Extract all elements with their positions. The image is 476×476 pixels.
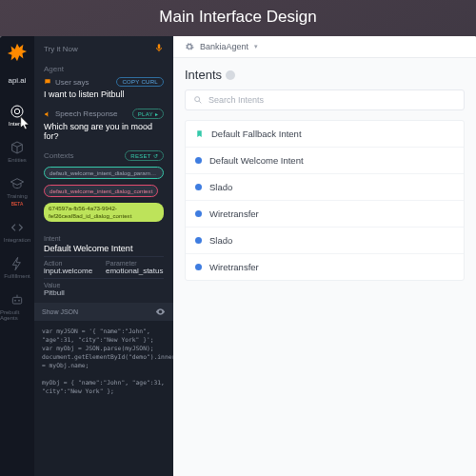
bolt-icon bbox=[10, 256, 25, 271]
intents-heading: Intents bbox=[185, 68, 465, 82]
svg-point-4 bbox=[18, 300, 20, 302]
page-title: Main Interface Design bbox=[0, 8, 476, 27]
show-json-toggle[interactable]: Show JSON bbox=[34, 303, 173, 321]
rail-label: Training bbox=[7, 193, 27, 199]
intent-label: Slado bbox=[209, 182, 232, 192]
dot-icon bbox=[195, 157, 202, 164]
bookmark-icon bbox=[195, 129, 204, 139]
help-icon[interactable] bbox=[226, 70, 235, 80]
search-icon bbox=[193, 95, 203, 105]
svg-point-1 bbox=[14, 109, 19, 113]
eye-icon bbox=[155, 307, 166, 317]
robot-icon bbox=[10, 292, 25, 307]
context-chip[interactable]: default_welcome_intent_dialog_context bbox=[44, 185, 158, 197]
try-title: Try it Now bbox=[44, 45, 78, 53]
list-item[interactable]: Slado bbox=[186, 228, 464, 254]
list-item[interactable]: Slado bbox=[186, 174, 464, 201]
intent-label: Intent bbox=[44, 235, 164, 242]
rail-label: Fulfillment bbox=[4, 273, 30, 279]
mic-icon[interactable] bbox=[154, 43, 164, 54]
main-area: BankiaAgent ▾ Intents Search Intents Def… bbox=[173, 36, 476, 476]
parameter-label: Parameter bbox=[106, 260, 164, 267]
search-placeholder: Search Intents bbox=[208, 95, 264, 105]
speaker-icon bbox=[44, 110, 51, 118]
intent-label: Wiretransfer bbox=[209, 208, 259, 219]
cursor-icon bbox=[18, 115, 33, 130]
api-ai-logo-icon bbox=[7, 42, 28, 63]
intent-value: Default Welcome Intent bbox=[44, 244, 164, 253]
try-panel: Try it Now Agent User says COPY CURL I w… bbox=[34, 36, 173, 476]
search-input[interactable]: Search Intents bbox=[185, 89, 465, 110]
chat-icon bbox=[44, 78, 51, 86]
user-says-label: User says bbox=[55, 78, 89, 87]
intent-label: Slado bbox=[209, 235, 232, 246]
reset-button[interactable]: RESET ↺ bbox=[125, 150, 164, 161]
speech-response-value: Which song are you in mood for? bbox=[44, 122, 164, 141]
intent-label: Default Welcome Intent bbox=[209, 155, 304, 166]
json-code: var myJSON = '{ "name":"John", "age":31,… bbox=[34, 321, 173, 477]
list-item[interactable]: Default Fallback Intent bbox=[186, 121, 464, 148]
action-label: Action bbox=[44, 260, 102, 267]
value-value: Pitbull bbox=[44, 288, 164, 297]
code-icon bbox=[10, 220, 25, 235]
agent-heading: Agent bbox=[44, 65, 164, 73]
rail-item-training[interactable]: Training BETA bbox=[7, 176, 27, 207]
action-value: input.welcome bbox=[44, 267, 102, 275]
intent-label: Default Fallback Intent bbox=[211, 129, 302, 139]
chevron-down-icon: ▾ bbox=[254, 43, 258, 50]
user-says-value: I want to listen Pitbull bbox=[44, 89, 164, 99]
beta-badge: BETA bbox=[11, 201, 24, 207]
heading-text: Intents bbox=[185, 68, 222, 82]
svg-point-3 bbox=[14, 300, 16, 302]
list-item[interactable]: Default Welcome Intent bbox=[186, 148, 464, 174]
contexts-heading: Contexts bbox=[44, 151, 74, 160]
dot-icon bbox=[195, 184, 202, 190]
rail-item-fulfillment[interactable]: Fulfillment bbox=[4, 256, 30, 279]
rail-label: Prebuilt Agents bbox=[0, 309, 34, 321]
rail-item-integration[interactable]: Integration bbox=[4, 220, 30, 243]
play-button[interactable]: PLAY ▸ bbox=[132, 109, 164, 119]
rail-label: Integration bbox=[4, 237, 30, 243]
intent-label: Wiretransfer bbox=[209, 262, 259, 272]
list-item[interactable]: Wiretransfer bbox=[186, 201, 464, 228]
svg-rect-2 bbox=[12, 297, 21, 304]
cube-icon bbox=[10, 140, 25, 155]
show-json-label: Show JSON bbox=[42, 308, 78, 315]
app-window: api.ai Intents Entities Training BETA In… bbox=[0, 36, 476, 476]
icon-rail: api.ai Intents Entities Training BETA In… bbox=[0, 36, 34, 476]
breadcrumb[interactable]: BankiaAgent ▾ bbox=[173, 36, 476, 58]
dot-icon bbox=[195, 264, 202, 270]
context-chip[interactable]: 674597a-fb56-4a73-9942-fef26ceaf8ad_id_d… bbox=[44, 203, 164, 222]
rail-item-intents[interactable]: Intents bbox=[9, 104, 26, 127]
parameter-value: emotional_status bbox=[106, 267, 164, 275]
gear-icon bbox=[185, 42, 194, 51]
speech-label: Speech Response bbox=[55, 109, 117, 118]
value-label: Value bbox=[44, 282, 164, 288]
rail-item-entities[interactable]: Entities bbox=[8, 140, 27, 163]
grad-icon bbox=[10, 176, 25, 191]
rail-label: Entities bbox=[8, 157, 27, 163]
copy-curl-button[interactable]: COPY CURL bbox=[116, 77, 164, 87]
intents-list: Default Fallback Intent Default Welcome … bbox=[185, 120, 465, 281]
list-item[interactable]: Wiretransfer bbox=[186, 254, 464, 280]
brand-name: api.ai bbox=[8, 76, 26, 85]
breadcrumb-agent: BankiaAgent bbox=[200, 42, 248, 51]
rail-item-prebuilt[interactable]: Prebuilt Agents bbox=[0, 292, 34, 321]
svg-point-5 bbox=[195, 97, 200, 102]
brand-logo[interactable] bbox=[7, 42, 28, 63]
dot-icon bbox=[195, 210, 202, 217]
context-chip[interactable]: default_welcome_intent_dialog_params_emo… bbox=[44, 167, 164, 179]
dot-icon bbox=[195, 237, 202, 244]
